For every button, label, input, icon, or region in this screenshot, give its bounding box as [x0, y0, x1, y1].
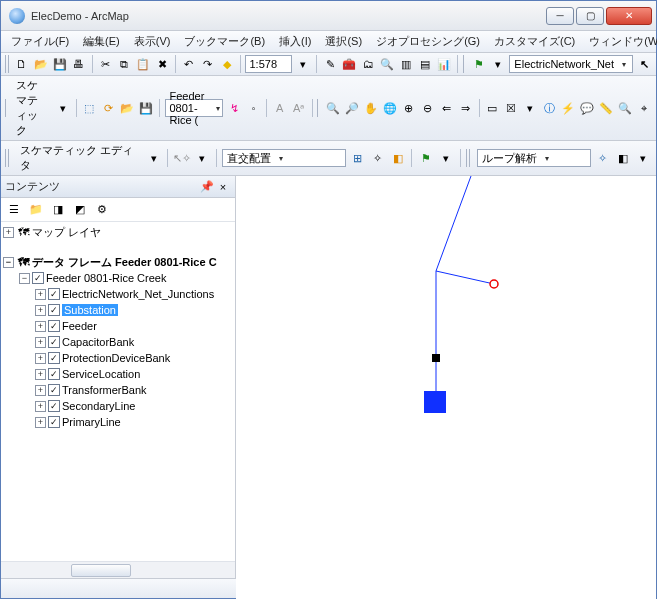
- edit-move-tool[interactable]: ↖✧: [173, 149, 190, 167]
- set-root-button[interactable]: ⚑: [417, 149, 434, 167]
- select-tool[interactable]: ▭: [484, 99, 500, 117]
- checkbox-icon[interactable]: ✓: [48, 336, 60, 348]
- expand-icon[interactable]: +: [35, 401, 46, 412]
- propagate-button[interactable]: ↯: [226, 99, 242, 117]
- layout-props-button[interactable]: ✧: [369, 149, 386, 167]
- tree-row-layer[interactable]: + ✓ ServiceLocation: [1, 366, 235, 382]
- identify-button[interactable]: ⓘ: [541, 99, 557, 117]
- menu-bookmark[interactable]: ブックマーク(B): [178, 32, 271, 51]
- toc-hscroll[interactable]: [1, 561, 235, 578]
- trace-combo[interactable]: ループ解析 ▾: [477, 149, 592, 167]
- checkbox-icon[interactable]: ✓: [48, 320, 60, 332]
- menu-select[interactable]: 選択(S): [319, 32, 368, 51]
- clear-select-button[interactable]: ☒: [503, 99, 519, 117]
- copy-button[interactable]: ⧉: [116, 55, 132, 73]
- zoom-out-button[interactable]: 🔎: [344, 99, 360, 117]
- collapse-icon[interactable]: −: [19, 273, 30, 284]
- toc-tree[interactable]: + 🗺 マップ レイヤ − 🗺 データ フレーム Feeder 0801-Ric…: [1, 222, 235, 561]
- open-button[interactable]: 📂: [33, 55, 49, 73]
- checkbox-icon[interactable]: ✓: [48, 384, 60, 396]
- next-extent-button[interactable]: ⇒: [458, 99, 474, 117]
- menu-window[interactable]: ウィンドウ(W): [583, 32, 657, 51]
- print-button[interactable]: 🖶: [71, 55, 87, 73]
- toolbox-button[interactable]: 🧰: [341, 55, 357, 73]
- hyperlink-button[interactable]: ⚡: [560, 99, 576, 117]
- toc-options[interactable]: ⚙: [93, 201, 111, 219]
- menu-customize[interactable]: カスタマイズ(C): [488, 32, 581, 51]
- toolbar-grip[interactable]: [466, 149, 472, 167]
- menu-geoprocessing[interactable]: ジオプロセシング(G): [370, 32, 486, 51]
- edit-dropdown[interactable]: ▾: [193, 149, 210, 167]
- save-button[interactable]: 💾: [52, 55, 68, 73]
- apply-layout-button[interactable]: ⊞: [349, 149, 366, 167]
- redo-button[interactable]: ↷: [200, 55, 216, 73]
- python-button[interactable]: ▥: [398, 55, 414, 73]
- tree-row-layer-selected[interactable]: + ✓ Substation: [1, 302, 235, 318]
- checkbox-icon[interactable]: ✓: [48, 416, 60, 428]
- label-a-button[interactable]: A: [272, 99, 288, 117]
- expand-icon[interactable]: +: [35, 305, 46, 316]
- pan-button[interactable]: ✋: [363, 99, 379, 117]
- expand-icon[interactable]: +: [35, 353, 46, 364]
- checkbox-icon[interactable]: ✓: [48, 352, 60, 364]
- expand-icon[interactable]: +: [35, 417, 46, 428]
- layout-btn3[interactable]: ◧: [389, 149, 406, 167]
- close-button[interactable]: ✕: [606, 7, 652, 25]
- trace-run-button[interactable]: ✧: [594, 149, 611, 167]
- toc-pin-button[interactable]: 📌: [199, 179, 215, 195]
- collapse-icon[interactable]: −: [3, 257, 14, 268]
- zoom-in-button[interactable]: 🔍: [325, 99, 341, 117]
- checkbox-icon[interactable]: ✓: [48, 400, 60, 412]
- tree-row-layer[interactable]: + ✓ CapacitorBank: [1, 334, 235, 350]
- expand-icon[interactable]: +: [35, 321, 46, 332]
- toolbar-grip[interactable]: [317, 99, 319, 117]
- update-diagram-button[interactable]: ⟳: [100, 99, 116, 117]
- checkbox-icon[interactable]: ✓: [48, 304, 60, 316]
- tree-row-maplayers[interactable]: + 🗺 マップ レイヤ: [1, 224, 235, 240]
- tree-row-group[interactable]: − ✓ Feeder 0801-Rice Creek: [1, 270, 235, 286]
- save-diagram-button[interactable]: 💾: [138, 99, 154, 117]
- tree-row-layer[interactable]: + ✓ SecondaryLine: [1, 398, 235, 414]
- checkbox-icon[interactable]: ✓: [32, 272, 44, 284]
- delete-button[interactable]: ✖: [154, 55, 170, 73]
- expand-icon[interactable]: +: [35, 385, 46, 396]
- scrollbar-thumb[interactable]: [71, 564, 131, 577]
- schematic-dropdown[interactable]: ▾: [55, 99, 71, 117]
- toc-list-by-source[interactable]: 📁: [27, 201, 45, 219]
- add-data-button[interactable]: ◆: [219, 55, 235, 73]
- toolbar-grip[interactable]: [5, 149, 11, 167]
- prev-extent-button[interactable]: ⇐: [439, 99, 455, 117]
- network-combo[interactable]: ElectricNetwork_Net ▾: [509, 55, 633, 73]
- checkbox-icon[interactable]: ✓: [48, 288, 60, 300]
- na-flag-button[interactable]: ⚑: [471, 55, 487, 73]
- checkbox-icon[interactable]: ✓: [48, 368, 60, 380]
- fixed-zoom-out[interactable]: ⊖: [420, 99, 436, 117]
- root-dropdown[interactable]: ▾: [438, 149, 455, 167]
- map-scale-input[interactable]: 1:578: [245, 55, 292, 73]
- tree-row-layer[interactable]: + ✓ Feeder: [1, 318, 235, 334]
- maximize-button[interactable]: ▢: [576, 7, 604, 25]
- open-diagram-button[interactable]: 📂: [119, 99, 135, 117]
- model-button[interactable]: ▤: [417, 55, 433, 73]
- scale-dropdown[interactable]: ▾: [295, 55, 311, 73]
- measure-button[interactable]: 📏: [598, 99, 614, 117]
- tree-row-layer[interactable]: + ✓ ElectricNetwork_Net_Junctions: [1, 286, 235, 302]
- toolbar-grip[interactable]: [5, 99, 7, 117]
- layout-algo-combo[interactable]: 直交配置 ▾: [222, 149, 346, 167]
- full-extent-button[interactable]: 🌐: [382, 99, 398, 117]
- expand-icon[interactable]: +: [35, 337, 46, 348]
- fixed-zoom-in[interactable]: ⊕: [401, 99, 417, 117]
- menu-insert[interactable]: 挿入(I): [273, 32, 317, 51]
- menu-edit[interactable]: 編集(E): [77, 32, 126, 51]
- decrease-button[interactable]: ◦: [245, 99, 261, 117]
- label-a2-button[interactable]: Aᵃ: [291, 99, 307, 117]
- schematic-editor-dropdown[interactable]: ▾: [145, 149, 162, 167]
- cut-button[interactable]: ✂: [97, 55, 113, 73]
- minimize-button[interactable]: ─: [546, 7, 574, 25]
- toc-list-by-selection[interactable]: ◩: [71, 201, 89, 219]
- expand-icon[interactable]: +: [35, 289, 46, 300]
- paste-button[interactable]: 📋: [135, 55, 151, 73]
- feeder-combo[interactable]: Feeder 0801-Rice ( ▾: [165, 99, 224, 117]
- tree-row-layer[interactable]: + ✓ PrimaryLine: [1, 414, 235, 430]
- tree-row-dataframe[interactable]: − 🗺 データ フレーム Feeder 0801-Rice C: [1, 254, 235, 270]
